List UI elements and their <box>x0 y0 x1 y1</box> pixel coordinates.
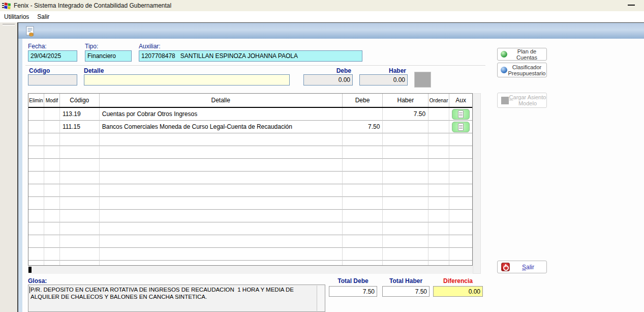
menu-utilitarios[interactable]: Utilitarios <box>0 12 33 22</box>
header-modif: Modif <box>44 94 60 107</box>
cell-modif[interactable] <box>44 108 60 121</box>
detalle-label: Detalle <box>84 67 104 74</box>
clasificador-label: Clasificador Presupuestario <box>507 64 546 76</box>
minimize-button[interactable] <box>628 5 635 6</box>
codigo-label: Código <box>29 67 50 74</box>
aux-button[interactable] <box>452 122 470 132</box>
debe-input[interactable]: 0.00 <box>303 74 353 86</box>
total-haber-label: Total Haber <box>382 277 430 285</box>
cargar-asiento-label: Cargar Asiento Modelo <box>509 94 546 106</box>
window-border-strip <box>18 39 22 312</box>
header-haber: Haber <box>383 94 428 107</box>
aux-button[interactable] <box>452 109 470 120</box>
table-row-empty <box>28 222 472 235</box>
table-row-empty <box>28 235 472 248</box>
scrollbar-caret <box>28 267 32 273</box>
cell-debe <box>343 108 383 121</box>
entries-table: Elimin Modif Código Detalle Debe Haber O… <box>28 93 473 266</box>
menubar: Utilitarios Salir <box>0 11 644 22</box>
text-caret <box>29 287 30 293</box>
add-entry-button[interactable] <box>414 72 431 88</box>
auxiliar-input[interactable]: 1207708478 SANTILLAN ESPINOZA JOHANNA PA… <box>139 50 362 62</box>
header-detalle: Detalle <box>100 94 343 107</box>
header-codigo: Código <box>60 94 100 107</box>
cell-modif[interactable] <box>44 121 60 133</box>
new-entry-button[interactable] <box>24 25 37 38</box>
mdi-left-strip <box>0 22 17 312</box>
auxiliar-label: Auxiliar: <box>139 43 161 50</box>
separator <box>25 65 485 66</box>
cell-elimin[interactable] <box>28 121 44 133</box>
gray-square-icon <box>501 97 509 104</box>
table-row-empty <box>28 184 472 197</box>
table-row-empty <box>28 172 472 184</box>
window-title: Fenix - Sistema Integrado de Contabilida… <box>14 2 171 9</box>
toolbar-grip <box>3 24 15 25</box>
cargar-asiento-modelo-button[interactable]: Cargar Asiento Modelo <box>497 93 547 108</box>
app-window-icon <box>2 2 11 10</box>
total-debe-label: Total Debe <box>329 277 377 285</box>
diferencia-value: 0.00 <box>433 286 483 297</box>
fecha-input[interactable]: 29/04/2025 <box>28 50 77 62</box>
tipo-input[interactable]: Financiero <box>85 50 132 62</box>
glosa-scrollbar[interactable] <box>317 286 324 311</box>
table-row-empty <box>28 248 472 261</box>
plan-de-cuentas-button[interactable]: Plan de Cuentas <box>497 48 547 61</box>
table-row: 113.19 Cuentas por Cobrar Otros Ingresos… <box>28 108 472 121</box>
codigo-input[interactable] <box>28 74 77 86</box>
menu-salir[interactable]: Salir <box>33 12 53 22</box>
document-icon <box>458 123 464 131</box>
cell-ordenar[interactable] <box>428 121 449 133</box>
cell-aux <box>449 108 472 121</box>
cell-detalle: Bancos Comerciales Moneda de Curso Legal… <box>100 121 343 133</box>
table-row-empty <box>28 197 472 210</box>
table-row-empty <box>28 146 472 159</box>
cell-elimin[interactable] <box>28 108 44 121</box>
detalle-input[interactable] <box>84 74 290 86</box>
document-coins-icon <box>25 26 36 37</box>
cell-aux <box>449 121 472 133</box>
header-elimin: Elimin <box>28 94 44 107</box>
table-row-empty <box>28 210 472 222</box>
glosa-textarea[interactable]: P/R. DEPOSITO EN CUENTA ROTATIVA DE INGR… <box>28 285 325 312</box>
table-row-empty <box>28 133 472 146</box>
fecha-label: Fecha: <box>28 43 47 50</box>
cell-debe: 7.50 <box>343 121 383 133</box>
plan-de-cuentas-label: Plan de Cuentas <box>507 48 546 61</box>
diferencia-label: Diferencia <box>433 277 483 285</box>
titlebar: Fenix - Sistema Integrado de Contabilida… <box>0 0 644 11</box>
table-row-empty <box>28 159 472 172</box>
tipo-label: Tipo: <box>85 43 98 50</box>
cell-haber <box>383 121 428 133</box>
header-aux: Aux <box>449 94 472 107</box>
power-icon <box>501 263 510 271</box>
cell-ordenar[interactable] <box>428 108 449 121</box>
green-sphere-icon <box>501 51 507 58</box>
cell-codigo: 113.19 <box>60 108 100 121</box>
form-toolbar <box>18 22 644 39</box>
salir-label: Salir <box>510 264 546 270</box>
cell-haber: 7.50 <box>383 108 428 121</box>
clasificador-presupuestario-button[interactable]: Clasificador Presupuestario <box>497 63 547 77</box>
cell-detalle: Cuentas por Cobrar Otros Ingresos <box>100 108 343 121</box>
salir-button[interactable]: Salir <box>497 261 547 273</box>
total-haber-value: 7.50 <box>382 286 430 297</box>
haber-input[interactable]: 0.00 <box>359 74 408 86</box>
table-header: Elimin Modif Código Detalle Debe Haber O… <box>28 94 472 107</box>
glosa-text: P/R. DEPOSITO EN CUENTA ROTATIVA DE INGR… <box>30 286 314 300</box>
table-row: 111.15 Bancos Comerciales Moneda de Curs… <box>28 121 472 133</box>
table-vertical-scrollbar[interactable] <box>473 93 481 274</box>
cell-codigo: 111.15 <box>60 121 100 133</box>
document-icon <box>458 110 464 118</box>
debe-label: Debe <box>303 67 351 74</box>
table-horizontal-scrollbar[interactable] <box>28 266 473 274</box>
glosa-label: Glosa: <box>28 277 47 285</box>
haber-label: Haber <box>359 67 406 74</box>
blue-sphere-icon <box>501 67 507 73</box>
header-debe: Debe <box>343 94 383 107</box>
total-debe-value: 7.50 <box>329 286 377 297</box>
table-row-empty <box>28 261 472 266</box>
header-ordenar: Ordenar <box>428 94 449 107</box>
